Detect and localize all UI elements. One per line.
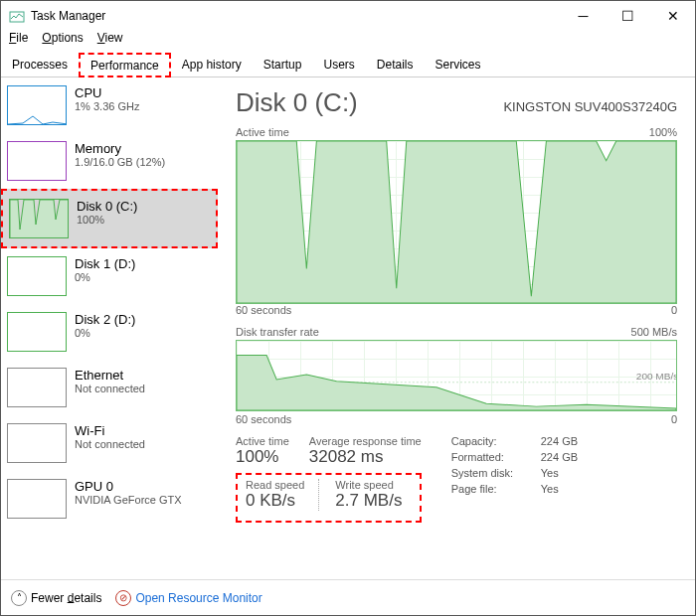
maximize-button[interactable]: ☐ xyxy=(606,1,650,31)
sidebar-item-cpu[interactable]: CPU1% 3.36 GHz xyxy=(1,77,218,133)
disk-properties: Capacity:224 GB Formatted:224 GB System … xyxy=(451,435,578,523)
sidebar-item-label: Memory xyxy=(75,141,165,156)
ethernet-thumb xyxy=(7,368,67,407)
tab-app-history[interactable]: App history xyxy=(171,53,253,77)
sidebar-item-label: GPU 0 xyxy=(75,479,182,494)
menu-options[interactable]: Options xyxy=(42,31,83,51)
svg-marker-2 xyxy=(237,141,676,303)
footer: ˄Fewer details ⊘Open Resource Monitor xyxy=(1,579,695,615)
chevron-up-icon: ˄ xyxy=(11,590,27,606)
sidebar-item-wifi[interactable]: Wi-FiNot connected xyxy=(1,415,218,471)
sidebar-item-label: Wi-Fi xyxy=(75,423,145,438)
sidebar-item-label: Disk 0 (C:) xyxy=(77,199,137,214)
main-panel: Disk 0 (C:) KINGSTON SUV400S37240G Activ… xyxy=(218,77,695,579)
sidebar-item-memory[interactable]: Memory1.9/16.0 GB (12%) xyxy=(1,133,218,189)
cpu-thumb xyxy=(7,85,67,125)
sidebar-item-disk0[interactable]: Disk 0 (C:)100% xyxy=(1,189,218,248)
speed-box: Read speed0 KB/s Write speed2.7 MB/s xyxy=(236,473,422,523)
sidebar-item-gpu0[interactable]: GPU 0NVIDIA GeForce GTX xyxy=(1,471,218,527)
transfer-rate-chart: 200 MB/s xyxy=(236,340,677,411)
tab-performance[interactable]: Performance xyxy=(79,53,171,77)
sidebar[interactable]: CPU1% 3.36 GHz Memory1.9/16.0 GB (12%) D… xyxy=(1,77,218,579)
tab-startup[interactable]: Startup xyxy=(253,53,313,77)
sidebar-item-disk1[interactable]: Disk 1 (D:)0% xyxy=(1,248,218,304)
tabbar: Processes Performance App history Startu… xyxy=(1,53,695,77)
tab-processes[interactable]: Processes xyxy=(1,53,79,77)
resource-monitor-icon: ⊘ xyxy=(115,590,131,606)
wifi-thumb xyxy=(7,423,67,463)
menu-file[interactable]: File xyxy=(9,31,28,51)
disk-thumb xyxy=(7,312,67,352)
write-speed-value: 2.7 MB/s xyxy=(335,491,402,511)
memory-thumb xyxy=(7,141,67,181)
svg-text:200 MB/s: 200 MB/s xyxy=(636,371,676,382)
svg-marker-4 xyxy=(237,356,676,410)
sidebar-item-label: CPU xyxy=(75,85,139,100)
chart2-label: Disk transfer rate xyxy=(236,326,319,338)
sidebar-item-ethernet[interactable]: EthernetNot connected xyxy=(1,360,218,415)
menu-view[interactable]: View xyxy=(97,31,123,51)
titlebar: Task Manager ─ ☐ ✕ xyxy=(1,1,695,31)
disk-model: KINGSTON SUV400S37240G xyxy=(503,99,677,114)
avg-response-value: 32082 ms xyxy=(309,447,422,467)
minimize-button[interactable]: ─ xyxy=(561,1,606,31)
active-time-value: 100% xyxy=(236,447,289,467)
app-icon xyxy=(9,8,25,24)
read-speed-value: 0 KB/s xyxy=(246,491,304,511)
svg-marker-1 xyxy=(10,200,68,237)
fewer-details-button[interactable]: ˄Fewer details xyxy=(11,590,101,606)
disk-thumb xyxy=(9,199,69,238)
active-time-chart xyxy=(236,140,677,304)
sidebar-item-label: Disk 1 (D:) xyxy=(75,256,135,271)
chart1-label: Active time xyxy=(236,126,289,138)
tab-services[interactable]: Services xyxy=(425,53,492,77)
close-button[interactable]: ✕ xyxy=(650,1,695,31)
disk-thumb xyxy=(7,256,67,296)
tab-details[interactable]: Details xyxy=(366,53,425,77)
sidebar-item-label: Ethernet xyxy=(75,368,145,383)
page-title: Disk 0 (C:) xyxy=(236,87,358,118)
window-title: Task Manager xyxy=(31,9,561,23)
gpu-thumb xyxy=(7,479,67,519)
tab-users[interactable]: Users xyxy=(312,53,365,77)
sidebar-item-disk2[interactable]: Disk 2 (D:)0% xyxy=(1,304,218,360)
sidebar-item-label: Disk 2 (D:) xyxy=(75,312,135,327)
menubar: File Options View xyxy=(1,31,695,51)
open-resource-monitor-link[interactable]: ⊘Open Resource Monitor xyxy=(115,590,261,606)
